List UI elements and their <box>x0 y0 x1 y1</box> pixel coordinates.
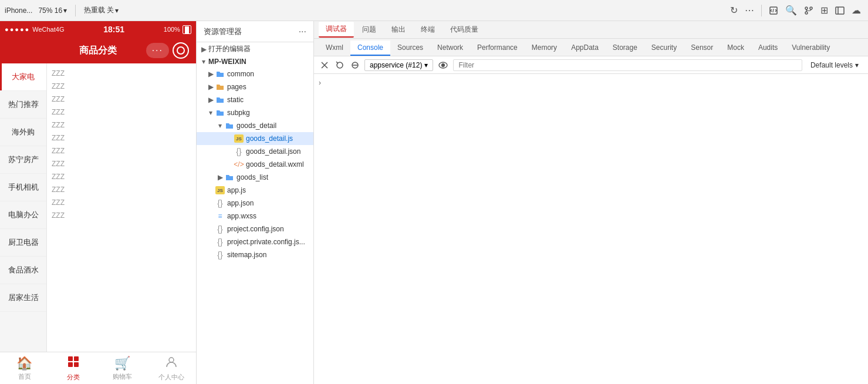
pages-folder-icon <box>215 82 225 92</box>
chrome-tab-audits[interactable]: Audits <box>751 41 785 56</box>
zzz-8: ZZZ <box>52 160 65 168</box>
file-code-button[interactable] <box>766 4 781 18</box>
goods-detail-arrow: ▾ <box>215 122 225 130</box>
category-content: 大家电 热门推荐 海外购 苏宁房产 手机相机 电脑办公 厨卫电器 食品酒水 居家… <box>0 63 196 352</box>
app-js-icon: JS <box>215 186 225 195</box>
svg-point-2 <box>805 12 808 14</box>
devtools-top-tabs: 调试器 问题 输出 终端 代码质量 <box>314 21 868 39</box>
file-app-json[interactable]: ▶ {} app.json <box>197 197 313 210</box>
file-goods-detail-json[interactable]: ▶ {} goods_detail.json <box>197 145 313 158</box>
folder-goods-detail[interactable]: ▾ goods_detail <box>197 119 313 132</box>
project-config-label: project.config.json <box>227 225 284 233</box>
svg-rect-7 <box>68 362 73 367</box>
goods-list-label: goods_list <box>237 173 268 181</box>
zzz-2: ZZZ <box>52 82 65 90</box>
subpkg-arrow: ▾ <box>206 109 215 117</box>
eye-button[interactable] <box>437 59 450 71</box>
subpkg-folder-icon <box>215 108 225 117</box>
open-editors-section[interactable]: ▶ 打开的编辑器 <box>197 42 313 56</box>
nav-circle-inner <box>177 46 185 55</box>
tab-terminal[interactable]: 终端 <box>414 22 442 37</box>
branch-button[interactable] <box>802 4 816 18</box>
levels-selector[interactable]: Default levels ▾ <box>806 60 863 70</box>
file-panel-header: 资源管理器 ··· <box>197 21 313 42</box>
file-sitemap[interactable]: ▶ {} sitemap.json <box>197 248 313 261</box>
app-json-icon: {} <box>215 198 225 208</box>
sidebar-item-food[interactable]: 食品酒水 <box>0 257 46 284</box>
goods-list-folder-icon <box>225 173 234 182</box>
chrome-tab-sources[interactable]: Sources <box>390 41 430 56</box>
panel-button[interactable] <box>833 4 847 18</box>
file-app-wxss[interactable]: ▶ ≡ app.wxss <box>197 210 313 223</box>
clear-console-button[interactable] <box>319 59 330 71</box>
chrome-tab-mock[interactable]: Mock <box>720 41 751 56</box>
tab-debugger[interactable]: 调试器 <box>319 22 354 38</box>
sidebar-item-camera[interactable]: 手机相机 <box>0 174 46 201</box>
file-app-js[interactable]: ▶ JS app.js <box>197 184 313 197</box>
tab-home-label: 首页 <box>18 372 31 381</box>
sidebar-item-appliances[interactable]: 大家电 <box>0 63 46 91</box>
sidebar-item-suning[interactable]: 苏宁房产 <box>0 146 46 174</box>
cloud-button[interactable]: ☁ <box>849 2 863 18</box>
file-panel-more-icon[interactable]: ··· <box>299 26 306 37</box>
svg-rect-8 <box>74 362 79 367</box>
app-js-label: app.js <box>227 186 246 194</box>
chrome-tab-vulnerability[interactable]: Vulnerability <box>785 41 837 56</box>
grid-button[interactable]: ⊞ <box>818 2 830 18</box>
folder-subpkg[interactable]: ▾ subpkg <box>197 106 313 119</box>
folder-common[interactable]: ▶ common <box>197 68 313 80</box>
hot-reload-button[interactable]: 热重载 关 ▾ <box>80 4 122 16</box>
file-project-private[interactable]: ▶ {} project.private.config.js... <box>197 235 313 248</box>
search-button[interactable]: 🔍 <box>783 2 799 18</box>
console-input[interactable] <box>326 79 863 87</box>
more-button[interactable]: ⋯ <box>742 2 756 18</box>
devtools-chrome-tabs: Wxml Console Sources Network Performance… <box>314 39 868 56</box>
category-row-6: ZZZ <box>52 133 191 143</box>
chrome-tab-wxml[interactable]: Wxml <box>319 41 350 56</box>
top-toolbar: iPhone... 75% 16 ▾ 热重载 关 ▾ ↻ ⋯ 🔍 ⊞ ☁ <box>0 0 868 21</box>
tab-profile[interactable]: 个人中心 <box>147 352 197 385</box>
zoom-button[interactable]: 75% 16 ▾ <box>35 5 70 16</box>
refresh-button[interactable]: ↻ <box>728 2 740 18</box>
folder-goods-list[interactable]: ▶ goods_list <box>197 171 313 184</box>
tab-output[interactable]: 输出 <box>384 22 413 37</box>
file-goods-detail-js[interactable]: ▶ JS goods_detail.js <box>197 132 313 145</box>
chrome-tab-memory[interactable]: Memory <box>525 41 564 56</box>
context-selector[interactable]: appservice (#12) ▾ <box>364 59 433 71</box>
block-button[interactable] <box>349 59 361 71</box>
sidebar-item-hot[interactable]: 热门推荐 <box>0 91 46 119</box>
sidebar-item-overseas[interactable]: 海外购 <box>0 119 46 146</box>
sidebar-item-kitchen[interactable]: 厨卫电器 <box>0 229 46 257</box>
filter-button[interactable] <box>334 59 346 71</box>
context-dropdown-arrow: ▾ <box>424 61 428 69</box>
chrome-tab-security[interactable]: Security <box>644 41 684 56</box>
sidebar-item-home[interactable]: 居家生活 <box>0 284 46 312</box>
file-project-config[interactable]: ▶ {} project.config.json <box>197 223 313 235</box>
tab-code-quality[interactable]: 代码质量 <box>443 22 485 37</box>
project-root[interactable]: ▾ MP-WEIXIN <box>197 56 313 68</box>
filter-input[interactable] <box>453 59 802 71</box>
tab-cart[interactable]: 🛒 购物车 <box>98 352 147 385</box>
nav-title: 商品分类 <box>79 45 117 57</box>
chrome-tab-console[interactable]: Console <box>350 41 390 56</box>
chrome-tab-sensor[interactable]: Sensor <box>684 41 720 56</box>
tab-problems[interactable]: 问题 <box>355 22 383 37</box>
tab-home[interactable]: 🏠 首页 <box>0 352 49 385</box>
tab-category[interactable]: 分类 <box>49 352 99 385</box>
chrome-tab-storage[interactable]: Storage <box>606 41 644 56</box>
toolbar-icons: ↻ ⋯ 🔍 ⊞ ☁ <box>728 2 863 18</box>
chrome-tab-performance[interactable]: Performance <box>470 41 525 56</box>
zzz-10: ZZZ <box>52 186 65 194</box>
sidebar-item-office[interactable]: 电脑办公 <box>0 201 46 229</box>
nav-dots-button[interactable]: ··· <box>146 43 169 58</box>
file-panel-title: 资源管理器 <box>204 26 242 37</box>
signal-dots: ●●●●● <box>5 26 30 33</box>
file-goods-detail-wxml[interactable]: ▶ </> goods_detail.wxml <box>197 158 313 171</box>
chrome-tab-network[interactable]: Network <box>430 41 470 56</box>
chrome-tab-appdata[interactable]: AppData <box>564 41 606 56</box>
nav-circle-button[interactable] <box>173 42 189 59</box>
folder-static[interactable]: ▶ static <box>197 93 313 106</box>
console-toolbar: appservice (#12) ▾ Default levels ▾ <box>314 56 868 74</box>
category-row-8: ZZZ <box>52 159 191 169</box>
folder-pages[interactable]: ▶ pages <box>197 80 313 93</box>
